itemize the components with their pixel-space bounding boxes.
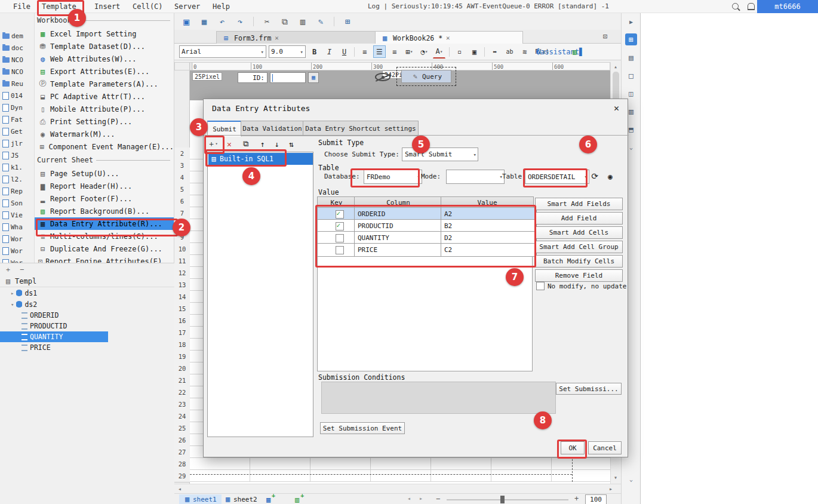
user-account-badge[interactable]: mt6666: [757, 0, 818, 13]
row-header[interactable]: 22: [174, 386, 190, 399]
tree-file[interactable]: Rep: [0, 185, 34, 197]
search-icon[interactable]: [732, 3, 739, 10]
remove-dataset-icon[interactable]: [17, 265, 26, 274]
zoom-value[interactable]: 100: [585, 494, 607, 504]
row-header[interactable]: 10: [174, 243, 190, 256]
tree-file[interactable]: Get: [0, 125, 34, 137]
row-price-column[interactable]: PRICE: [354, 243, 445, 257]
notification-bell-icon[interactable]: [748, 3, 755, 10]
add-chart-sheet-button[interactable]: [293, 495, 302, 504]
zoom-in-button[interactable]: +: [574, 494, 579, 503]
tree-folder[interactable]: NCO: [0, 54, 34, 66]
field-productid[interactable]: PRODUCTID: [0, 321, 108, 331]
tab-form3[interactable]: Form3.frm ✕: [216, 31, 380, 44]
horizontal-scrollbar[interactable]: ◂ ▸: [174, 484, 621, 493]
font-family-select[interactable]: Arial: [179, 45, 266, 58]
wrap-text-button[interactable]: ab: [503, 45, 516, 58]
dataset-ds2[interactable]: ▾ds2: [0, 299, 174, 310]
remove-field-button[interactable]: Remove Field: [535, 269, 623, 282]
tree-file[interactable]: k1.: [0, 161, 34, 173]
align-right-button[interactable]: ≡: [388, 45, 401, 58]
zoom-out-button[interactable]: −: [436, 494, 440, 503]
menu-server[interactable]: Server: [172, 0, 202, 13]
submit-list-item-builtin-sql1[interactable]: Built-in SQL1: [208, 153, 313, 165]
cell-element-panel-icon[interactable]: ⊞: [625, 33, 637, 45]
cell-group-button[interactable]: ▣: [468, 45, 481, 58]
collapse-panel-arrow[interactable]: ▶: [625, 16, 637, 27]
menu-report-footer[interactable]: Report Footer(F)...: [35, 192, 174, 205]
add-submit-button[interactable]: ＋▾: [206, 137, 219, 150]
smart-add-fields-button[interactable]: Smart Add Fields: [535, 198, 623, 210]
tree-folder[interactable]: NCO: [0, 66, 34, 78]
tree-file[interactable]: jlr: [0, 137, 34, 149]
menu-multi-columns-lines[interactable]: Multi-columns/lines(C)...: [35, 230, 174, 242]
scroll-right-icon[interactable]: ▸: [609, 485, 613, 492]
zoom-slider-handle[interactable]: [500, 496, 505, 503]
smart-add-cells-button[interactable]: Smart Add Cells: [535, 226, 623, 239]
add-field-button[interactable]: Add Field: [535, 212, 623, 225]
row-header[interactable]: 21: [174, 374, 190, 387]
cancel-button[interactable]: Cancel: [588, 441, 622, 454]
tab-shortcut-settings[interactable]: Data Entry Shortcut settings: [303, 121, 419, 136]
row-header[interactable]: 11: [174, 255, 190, 268]
checkbox-checked-icon[interactable]: [336, 222, 344, 231]
submit-list[interactable]: Built-in SQL1: [207, 152, 313, 437]
menu-pc-adaptive-attr[interactable]: PC Adaptive Attr(T)...: [35, 90, 174, 103]
id-picker-button[interactable]: ▦: [308, 72, 319, 83]
redo-button[interactable]: ↷: [234, 16, 246, 27]
menu-report-background[interactable]: Report Background(B)...: [35, 205, 174, 217]
tree-file[interactable]: Wor: [0, 233, 34, 245]
field-orderid[interactable]: ORDERID: [0, 310, 108, 321]
font-size-select[interactable]: 9.0: [269, 45, 306, 58]
underline-button[interactable]: U: [338, 45, 350, 58]
dataset-ds1[interactable]: ▸ds1: [0, 287, 174, 299]
font-color-button[interactable]: A▾: [433, 45, 445, 59]
insert-table-button[interactable]: ⊞: [342, 16, 353, 27]
database-select[interactable]: FRDemo: [364, 170, 422, 184]
row-header[interactable]: 17: [174, 327, 190, 339]
sheet1-tab[interactable]: sheet1: [179, 494, 222, 504]
row-header[interactable]: 14: [174, 291, 190, 303]
scroll-up-icon[interactable]: ▴: [614, 63, 617, 70]
float-element-panel-icon[interactable]: ◫: [625, 87, 637, 99]
format-painter-button[interactable]: ✎: [315, 16, 327, 27]
tree-file[interactable]: l2.: [0, 173, 34, 185]
menu-page-setup[interactable]: Page Setup(U)...: [35, 167, 174, 180]
menu-watermark[interactable]: Watermark(M)...: [35, 128, 174, 140]
copy-submit-button[interactable]: ⧉: [239, 137, 253, 150]
zoom-slider-track[interactable]: [447, 499, 568, 500]
add-dataset-icon[interactable]: [4, 265, 13, 274]
merge-cells-button[interactable]: ⬌: [488, 45, 501, 58]
row-header[interactable]: 28: [174, 458, 190, 471]
tree-file[interactable]: Wor: [0, 245, 34, 257]
next-sheet-icon[interactable]: ▸: [419, 495, 423, 502]
menu-duplicate-and-freeze[interactable]: Duplicate And Freeze(G)...: [35, 242, 174, 255]
menu-data-entry-attribute[interactable]: Data Entry Attribute(R)...: [35, 217, 174, 230]
checkbox-checked-icon[interactable]: [336, 210, 344, 219]
row-header[interactable]: 16: [174, 315, 190, 327]
batch-modify-cells-button[interactable]: Batch Modify Cells: [535, 255, 623, 268]
cell-attr-button[interactable]: ▫: [453, 45, 466, 58]
tree-file[interactable]: JS: [0, 149, 34, 161]
row-header[interactable]: 29: [174, 470, 190, 483]
tab-data-validation[interactable]: Data Validation: [241, 121, 304, 136]
sheet2-tab[interactable]: sheet2: [220, 494, 262, 504]
menu-file[interactable]: File: [11, 0, 33, 13]
align-center-button[interactable]: ☰: [373, 45, 386, 58]
align-left-button[interactable]: ≡: [358, 45, 371, 58]
menu-component-event-manager[interactable]: Component Event Manager(E)...: [35, 140, 174, 153]
ok-button[interactable]: OK: [561, 441, 585, 454]
row-header[interactable]: 27: [174, 446, 190, 459]
save-button[interactable]: ▦: [198, 16, 210, 27]
tree-folder[interactable]: doc: [0, 42, 34, 54]
row-header[interactable]: 2: [174, 147, 190, 160]
row-header[interactable]: 25: [174, 422, 190, 435]
tree-file[interactable]: Fat: [0, 113, 34, 125]
dialog-close-icon[interactable]: ✕: [614, 103, 619, 113]
mode-select[interactable]: [446, 170, 505, 184]
menu-cell[interactable]: Cell(C): [130, 0, 165, 13]
row-header[interactable]: 24: [174, 410, 190, 423]
distribute-button[interactable]: ≋: [518, 45, 531, 58]
checkbox-unchecked-icon[interactable]: [336, 246, 344, 254]
no-modify-checkbox[interactable]: [536, 282, 545, 290]
